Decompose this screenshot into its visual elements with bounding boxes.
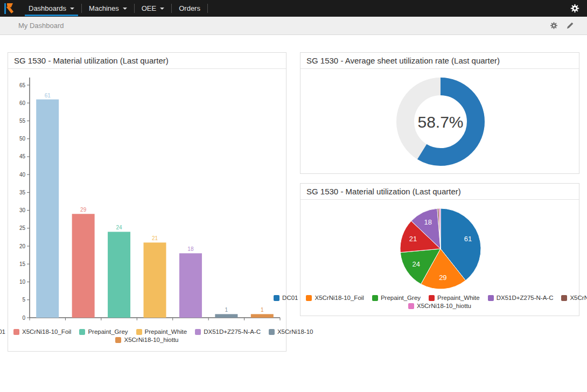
dashboard-actions: [550, 22, 574, 30]
legend-label: Prepaint_Grey: [88, 328, 128, 335]
legend-item[interactable]: X5CrNi18-10_hiottu: [408, 303, 471, 309]
bar-Prepaint_Grey[interactable]: [108, 232, 130, 318]
nav-item-label: OEE: [142, 4, 156, 12]
legend-label: DX51D+Z275-N-A-C: [204, 328, 261, 335]
pie-chart[interactable]: 6129242118: [301, 200, 579, 291]
y-tick-label: 15: [19, 261, 26, 267]
legend-item[interactable]: X5CrNi18-10_hiottu: [115, 337, 178, 343]
nav-item-dashboards[interactable]: Dashboards: [22, 0, 81, 17]
bar-value-label: 29: [80, 207, 87, 213]
nav-item-label: Machines: [89, 4, 119, 12]
nav-item-label: Dashboards: [29, 4, 66, 12]
legend-item[interactable]: DX51D+Z275-N-A-C: [195, 328, 261, 335]
y-tick-label: 50: [19, 136, 26, 142]
y-tick-label: 55: [19, 118, 26, 124]
pie-chart-title: SG 1530 - Material utilization (Last qua…: [306, 187, 461, 196]
legend-swatch: [13, 329, 19, 335]
legend-swatch: [488, 295, 494, 301]
top-nav: DashboardsMachinesOEEOrders: [0, 0, 587, 17]
bar-X5CrNi18-10_hiottu[interactable]: [251, 314, 274, 318]
legend-swatch: [561, 295, 567, 301]
legend-label: X5CrNi18-10_hiottu: [124, 337, 178, 343]
pie-chart-legend: DC01X5CrNi18-10_FoilPrepaint_GreyPrepain…: [301, 295, 579, 309]
nav-menu: DashboardsMachinesOEEOrders: [22, 0, 208, 17]
legend-label: Prepaint_White: [437, 295, 480, 301]
legend-item[interactable]: Prepaint_Grey: [79, 328, 128, 335]
legend-label: X5CrNi18-10_Foil: [315, 295, 364, 301]
bar-X5CrNi18-10[interactable]: [215, 314, 237, 318]
legend-row: DC01X5CrNi18-10_FoilPrepaint_GreyPrepain…: [274, 295, 587, 301]
legend-item[interactable]: Prepaint_Grey: [372, 295, 421, 301]
legend-item[interactable]: DX51D+Z275-N-A-C: [488, 295, 554, 301]
donut-chart-panel: SG 1530 - Average sheet utilization rate…: [300, 52, 579, 174]
legend-item[interactable]: Prepaint_White: [429, 295, 480, 301]
bar-DX51D+Z275-N-A-C[interactable]: [179, 253, 202, 318]
bar-chart-legend: DC01X5CrNi18-10_FoilPrepaint_GreyPrepain…: [8, 328, 286, 343]
legend-item[interactable]: X5CrNi18-10_Foil: [306, 295, 364, 301]
bar-value-label: 1: [261, 307, 264, 313]
donut-chart[interactable]: 58.7%: [301, 69, 579, 174]
nav-separator: [207, 4, 208, 13]
y-tick-label: 5: [22, 297, 25, 303]
bar-chart-title: SG 1530 - Material utilization (Last qua…: [14, 56, 169, 65]
chevron-down-icon: [123, 8, 127, 10]
legend-label: X5CrNi18-10_Foil: [22, 328, 71, 335]
legend-swatch: [429, 295, 435, 301]
app-logo-icon[interactable]: [4, 2, 17, 15]
bar-Prepaint_White[interactable]: [144, 242, 166, 318]
donut-center-value: 58.7%: [417, 113, 463, 131]
legend-label: Prepaint_Grey: [381, 295, 421, 301]
pie-chart-panel-header: SG 1530 - Material utilization (Last qua…: [301, 184, 579, 200]
legend-item[interactable]: X5CrNi18-10_Foil: [13, 328, 71, 335]
pie-slice-label: 29: [439, 274, 446, 282]
page-title: My Dashboard: [18, 22, 64, 30]
bar-value-label: 24: [116, 225, 123, 230]
pie-slice-label: 61: [464, 235, 472, 243]
breadcrumb-bar: My Dashboard: [0, 17, 587, 35]
legend-item[interactable]: DC01: [274, 295, 298, 301]
legend-swatch: [372, 295, 378, 301]
bar-value-label: 18: [187, 246, 194, 252]
legend-label: X5CrNi18-10_hiottu: [417, 303, 471, 309]
legend-item[interactable]: X5CrNi18-10: [561, 295, 587, 301]
legend-swatch: [274, 295, 279, 301]
y-tick-label: 30: [19, 207, 26, 213]
y-tick-label: 25: [19, 225, 26, 231]
bar-value-label: 21: [152, 235, 158, 241]
bar-DC01[interactable]: [36, 100, 59, 318]
chevron-down-icon: [70, 8, 74, 10]
dashboard-settings-gear-icon[interactable]: [550, 22, 558, 30]
bar-value-label: 1: [225, 307, 228, 313]
y-tick-label: 10: [19, 279, 26, 285]
legend-label: DC01: [282, 295, 298, 301]
nav-item-oee[interactable]: OEE: [135, 0, 171, 17]
nav-item-machines[interactable]: Machines: [82, 0, 134, 17]
bar-X5CrNi18-10_Foil[interactable]: [72, 214, 95, 318]
legend-row: X5CrNi18-10_hiottu: [115, 337, 178, 343]
legend-swatch: [195, 329, 201, 335]
legend-label: DX51D+Z275-N-A-C: [497, 295, 554, 301]
nav-item-orders[interactable]: Orders: [172, 0, 207, 17]
legend-swatch: [269, 329, 275, 335]
legend-item[interactable]: DC01: [0, 328, 5, 335]
legend-item[interactable]: X5CrNi18-10: [269, 328, 313, 335]
pie-slice-label: 21: [409, 235, 417, 243]
legend-swatch: [79, 329, 85, 335]
y-tick-label: 35: [19, 190, 26, 195]
pie-slice-label: 18: [424, 218, 431, 226]
donut-chart-title: SG 1530 - Average sheet utilization rate…: [306, 56, 500, 65]
legend-label: Prepaint_White: [145, 328, 187, 335]
legend-row: DC01X5CrNi18-10_FoilPrepaint_GreyPrepain…: [0, 328, 313, 335]
y-tick-label: 60: [19, 100, 26, 106]
edit-pencil-icon[interactable]: [566, 22, 574, 30]
legend-label: X5CrNi18-10: [570, 295, 587, 301]
y-tick-label: 45: [19, 153, 26, 159]
legend-item[interactable]: Prepaint_White: [136, 328, 187, 335]
y-tick-label: 20: [19, 243, 26, 249]
settings-gear-icon[interactable]: [570, 4, 579, 13]
legend-label: X5CrNi18-10: [277, 328, 313, 335]
legend-swatch: [408, 303, 414, 309]
bar-chart-panel-header: SG 1530 - Material utilization (Last qua…: [8, 53, 286, 69]
legend-label: DC01: [0, 328, 5, 335]
bar-chart[interactable]: 05101520253035404550556065612924211811: [8, 69, 286, 325]
